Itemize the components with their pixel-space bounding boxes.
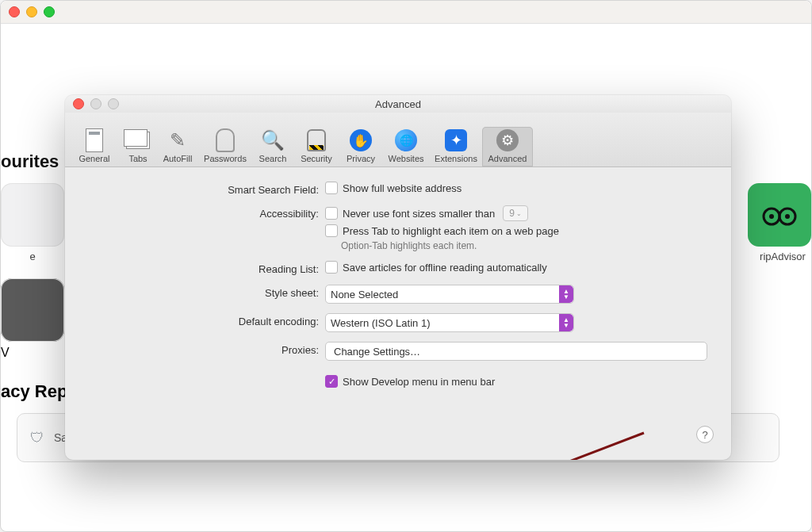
offline-reading-checkbox[interactable]: Save articles for offline reading automa… [325, 261, 707, 274]
min-font-size-checkbox[interactable]: Never use font sizes smaller than 9 ⌄ [325, 205, 707, 221]
row-accessibility: Accessibility: Never use font sizes smal… [89, 205, 707, 251]
shield-icon: 🛡 [30, 430, 44, 446]
prefs-title: Advanced [375, 98, 421, 110]
tab-label: Advanced [482, 154, 533, 163]
help-icon: ? [702, 429, 707, 441]
row-encoding: Default encoding: Western (ISO Latin 1) … [89, 313, 707, 332]
tab-label: Extensions [430, 154, 482, 163]
svg-point-3 [785, 214, 790, 219]
checkbox-icon [325, 224, 338, 237]
checkbox-icon [325, 207, 338, 220]
row-reading-list: Reading List: Save articles for offline … [89, 261, 707, 275]
search-icon: 🔍 [252, 127, 293, 154]
stepper-value: 9 [509, 208, 515, 219]
preferences-window: Advanced General Tabs ✎ AutoFill Passwor… [65, 95, 731, 460]
accessibility-hint: Option-Tab highlights each item. [325, 240, 707, 251]
row-label: Style sheet: [89, 285, 325, 299]
tab-label: Passwords [198, 154, 252, 163]
minimize-icon[interactable] [26, 6, 37, 17]
tab-privacy[interactable]: ✋ Privacy [339, 127, 382, 166]
checkbox-icon: ✓ [325, 375, 338, 388]
tab-security[interactable]: Security [293, 127, 339, 166]
svg-line-4 [509, 433, 644, 460]
general-icon [70, 127, 119, 154]
tab-highlight-checkbox[interactable]: Press Tab to highlight each item on a we… [325, 224, 707, 237]
minimize-icon[interactable] [90, 98, 102, 109]
favourite-tile-tripadvisor[interactable] [748, 183, 811, 247]
tab-passwords[interactable]: Passwords [198, 127, 252, 166]
tabs-icon [119, 127, 157, 154]
tab-label: Security [293, 154, 339, 163]
owl-icon [761, 204, 798, 226]
tab-label: Privacy [339, 154, 382, 163]
tab-autofill[interactable]: ✎ AutoFill [157, 127, 198, 166]
help-button[interactable]: ? [696, 426, 714, 443]
checkbox-label: Show Develop menu in menu bar [343, 376, 495, 388]
puzzle-icon: ✦ [430, 127, 482, 154]
tab-search[interactable]: 🔍 Search [252, 127, 293, 166]
tab-extensions[interactable]: ✦ Extensions [430, 127, 482, 166]
close-icon[interactable] [73, 98, 84, 109]
svg-point-2 [769, 214, 774, 219]
tile-label: e [1, 251, 64, 262]
row-label: Reading List: [89, 261, 325, 275]
tile-label: ripAdvisor [754, 251, 811, 262]
tab-label: Tabs [119, 154, 157, 163]
row-label: Proxies: [89, 342, 325, 356]
change-settings-button[interactable]: Change Settings… [325, 342, 707, 361]
checkbox-label: Save articles for offline reading automa… [343, 262, 547, 274]
button-label: Change Settings… [334, 346, 420, 358]
tab-advanced[interactable]: ⚙ Advanced [482, 127, 533, 166]
pencil-icon: ✎ [157, 127, 198, 154]
gear-icon: ⚙ [482, 127, 533, 154]
row-stylesheet: Style sheet: None Selected ▲▼ [89, 285, 707, 304]
hand-icon: ✋ [339, 127, 382, 154]
tab-label: AutoFill [157, 154, 198, 163]
key-icon [198, 127, 252, 154]
checkbox-label: Press Tab to highlight each item on a we… [343, 225, 559, 237]
updown-icon: ▲▼ [559, 314, 573, 331]
show-full-address-checkbox[interactable]: Show full website address [325, 182, 707, 194]
chevron-down-icon: ⌄ [516, 210, 522, 217]
row-label: Default encoding: [89, 313, 325, 327]
prefs-toolbar: General Tabs ✎ AutoFill Passwords 🔍 Sear… [65, 113, 731, 167]
checkbox-icon [325, 261, 338, 274]
encoding-select[interactable]: Western (ISO Latin 1) ▲▼ [325, 313, 574, 332]
favourite-tile[interactable] [1, 278, 64, 342]
checkbox-label: Never use font sizes smaller than [343, 208, 495, 220]
browser-titlebar [1, 1, 811, 24]
tab-websites[interactable]: 🌐 Websites [382, 127, 430, 166]
favourite-tile[interactable] [1, 183, 64, 247]
tab-general[interactable]: General [70, 127, 119, 166]
tab-label: Search [252, 154, 293, 163]
show-develop-menu-checkbox[interactable]: ✓ Show Develop menu in menu bar [325, 375, 707, 388]
checkbox-label: Show full website address [343, 182, 462, 194]
tab-label: Websites [382, 154, 430, 163]
row-proxies: Proxies: Change Settings… [89, 342, 707, 361]
row-label [89, 375, 325, 377]
stylesheet-select[interactable]: None Selected ▲▼ [325, 285, 574, 304]
select-value: Western (ISO Latin 1) [331, 317, 430, 329]
row-develop-menu: ✓ Show Develop menu in menu bar [89, 375, 707, 388]
globe-icon: 🌐 [382, 127, 430, 154]
row-label: Accessibility: [89, 205, 325, 220]
prefs-titlebar: Advanced [65, 95, 731, 113]
row-label: Smart Search Field: [89, 182, 325, 196]
prefs-body: Smart Search Field: Show full website ad… [65, 167, 731, 460]
zoom-icon[interactable] [108, 98, 119, 109]
privacy-report-heading: acy Rep [1, 381, 67, 402]
annotation-arrow-icon [493, 429, 652, 460]
row-smart-search: Smart Search Field: Show full website ad… [89, 182, 707, 196]
tab-tabs[interactable]: Tabs [119, 127, 157, 166]
close-icon[interactable] [9, 6, 20, 17]
tab-label: General [70, 154, 119, 163]
tile-label: V [1, 346, 64, 360]
checkbox-icon [325, 182, 338, 194]
zoom-icon[interactable] [44, 6, 55, 17]
lock-icon [293, 127, 339, 154]
font-size-stepper[interactable]: 9 ⌄ [503, 205, 528, 221]
favourites-heading: ourites [1, 151, 59, 172]
select-value: None Selected [331, 289, 398, 300]
updown-icon: ▲▼ [559, 285, 573, 303]
